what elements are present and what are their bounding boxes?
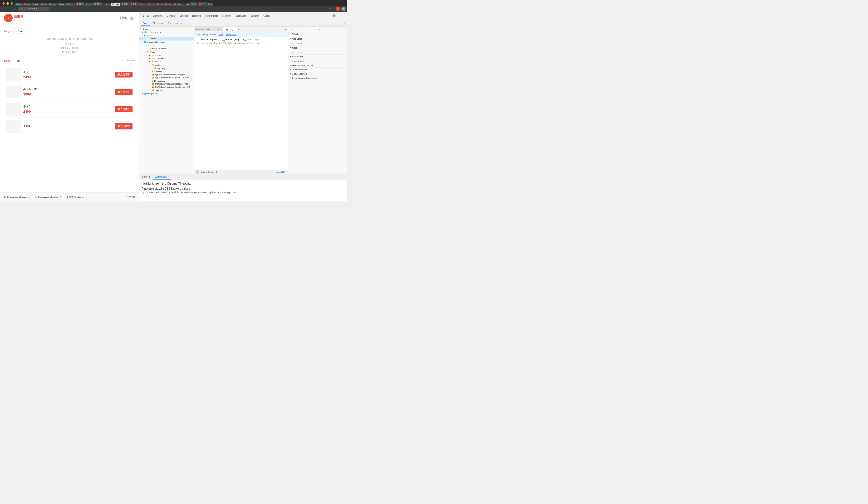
call-stack-header[interactable]: Call Stack	[288, 37, 348, 42]
bottom-tab-whats-new[interactable]: What's New ×	[153, 175, 171, 180]
browser-tab-18[interactable]: Get:	[173, 3, 182, 6]
address-bar[interactable]: 127.0.0.1:8080/#/	[18, 7, 49, 11]
cart-icon[interactable]: 🛒	[130, 16, 135, 20]
xhr-breakpoints-header[interactable]: XHR/fetch Breakpoints	[288, 63, 348, 68]
reload-button[interactable]: ↻	[13, 7, 16, 11]
add-to-cart-1[interactable]: 加入购物车	[115, 89, 132, 95]
tree-item-dot[interactable]: ▼ 📁 .	[139, 44, 194, 47]
add-to-cart-2[interactable]: 加入购物车	[115, 106, 132, 112]
breakpoints-header[interactable]: Breakpoints	[288, 54, 348, 59]
deactivate-breakpoints-button[interactable]: ⊘	[313, 27, 316, 31]
about-link[interactable]: About Us	[4, 43, 135, 45]
subtab-page[interactable]: Page	[141, 21, 151, 26]
subtab-overrides[interactable]: Overrides	[166, 21, 180, 26]
pause-on-exceptions-button[interactable]: ⏹	[318, 27, 321, 31]
browser-tab-9[interactable]: 中国	[93, 2, 102, 6]
tree-item-themall-vue[interactable]: ◆ TheMall.vue	[139, 79, 194, 82]
tree-item-node-modules[interactable]: ▶ 📁 node_modules	[139, 47, 194, 50]
region-select[interactable]: USA	[14, 29, 25, 33]
browser-tab-1[interactable]: <im	[23, 3, 31, 6]
browser-tab-6[interactable]: web:	[66, 3, 75, 6]
download-arrow-2[interactable]: ∧	[82, 195, 84, 199]
bottom-tab-console[interactable]: Console	[140, 175, 153, 180]
browser-tab-21[interactable]: 个人	[198, 2, 207, 6]
sync-icon[interactable]: ⋮	[343, 22, 345, 25]
bookmark-icon[interactable]: ☆	[332, 7, 334, 10]
more-code-tabs[interactable]: >>	[237, 27, 242, 31]
expand-icon[interactable]: ⇔	[284, 28, 287, 31]
bottom-pane-close[interactable]: ×	[342, 175, 347, 179]
event-listener-breakpoints-header[interactable]: Event Listener Breakpoints	[288, 76, 348, 80]
tree-item-webpack-internal[interactable]: ▼ 🌐 webpack-internal://	[139, 41, 194, 44]
user-avatar-1[interactable]: ●	[336, 7, 340, 11]
maximize-button[interactable]	[11, 2, 13, 5]
tab-console[interactable]: Console	[165, 14, 177, 18]
settings-icon[interactable]: ⋮	[336, 14, 341, 18]
scope-header[interactable]: Scope	[288, 46, 348, 50]
browser-tab-8[interactable]: Sha	[84, 3, 93, 6]
tab-security[interactable]: Security	[248, 14, 261, 18]
translate-icon[interactable]: ⊞	[329, 7, 331, 10]
forward-button[interactable]: →	[7, 7, 11, 11]
browser-tab-5[interactable]: Vue	[58, 3, 66, 6]
watch-header[interactable]: Watch	[288, 32, 348, 37]
tree-item-localhost[interactable]: ▼ 🌐 127.0.0.1:8080	[139, 31, 194, 34]
tree-item-components[interactable]: ▶ 📁 components	[139, 57, 194, 60]
pause-resume-button[interactable]: ⏸	[290, 27, 293, 31]
browser-tab-13[interactable]: 开始	[130, 2, 138, 6]
download-arrow-0[interactable]: ∧	[28, 195, 31, 199]
tree-item-app-vue[interactable]: ◆ App.vue	[139, 70, 194, 73]
download-arrow-1[interactable]: ∧	[59, 195, 62, 199]
tab-elements[interactable]: Elements	[151, 14, 165, 18]
code-tab-close-2[interactable]: ×	[234, 28, 235, 30]
subtab-filesystem[interactable]: Filesystem	[150, 21, 166, 26]
filter-default[interactable]: Default	[4, 59, 12, 62]
user-avatar-2[interactable]: ●	[341, 7, 345, 11]
privacy-link[interactable]: Privacy Policy	[4, 51, 135, 53]
tree-item-static[interactable]: ▼ 📁 static	[139, 63, 194, 66]
browser-tab-active[interactable]: High	[111, 3, 120, 6]
browser-tab-20[interactable]: 新:	[190, 2, 198, 6]
browser-tab-10[interactable]: Rele	[102, 3, 111, 6]
browser-tab-14[interactable]: Get:	[138, 3, 147, 6]
code-tab-logo[interactable]: logo.png ×	[224, 27, 237, 31]
step-out-button[interactable]: ↑	[303, 27, 307, 31]
tree-item-src[interactable]: ▼ 📁 src	[139, 50, 194, 53]
browser-tab-3[interactable]: vue	[40, 3, 48, 6]
dom-breakpoints-header[interactable]: DOM Breakpoints	[288, 68, 348, 72]
inspect-element-icon[interactable]	[141, 14, 146, 18]
tab-memory[interactable]: Memory	[220, 14, 233, 18]
step-into-button[interactable]: ↓	[299, 27, 303, 31]
more-options-icon[interactable]: ⋮	[341, 14, 345, 18]
code-tab-chunk-vendors[interactable]: chunk-vendors.js	[195, 27, 214, 31]
add-to-cart-0[interactable]: 加入购物车	[115, 72, 132, 78]
browser-tab-19[interactable]: cod	[182, 3, 190, 6]
tab-network[interactable]: Network	[190, 14, 203, 18]
terms-link[interactable]: Terms & Conditions	[4, 47, 135, 49]
file-link-status[interactable]: app.js:1380	[276, 171, 286, 173]
tree-item-app-vue-script[interactable]: JS App.vue?vue&type=script&lang=js&	[139, 73, 194, 77]
filter-price[interactable]: Price ↑	[15, 59, 22, 62]
source-map-never[interactable]: never show	[226, 33, 236, 36]
browser-tab-16[interactable]: 6-3	[156, 3, 164, 6]
browser-tab-4[interactable]: web:	[48, 3, 57, 6]
step-over-button[interactable]: ↷	[294, 27, 298, 31]
tab-application[interactable]: Application	[233, 14, 248, 18]
tree-item-router[interactable]: ▶ 📁 router	[139, 60, 194, 63]
tree-item-themall-vue-template[interactable]: JS TheMall.vue?vue&type=template&id=1bf3	[139, 85, 194, 89]
format-code-button[interactable]: {}	[196, 170, 199, 174]
global-listeners-header[interactable]: Global Listeners	[288, 72, 348, 76]
tree-item-js[interactable]: ▶ 📁 js	[139, 34, 194, 37]
tree-item-webpack[interactable]: ▶ 🌐 webpack://	[139, 92, 194, 95]
source-map-more[interactable]: more	[219, 33, 224, 36]
login-button[interactable]: Login	[120, 16, 127, 20]
code-tab-app[interactable]: app.js	[214, 27, 223, 31]
tree-item-assets[interactable]: ▶ 📁 assets	[139, 53, 194, 57]
whats-new-tab-close[interactable]: ×	[168, 176, 169, 178]
new-tab-button[interactable]: +	[214, 2, 218, 6]
browser-tab-0[interactable]: v-bi	[15, 3, 23, 6]
show-all-button[interactable]: 显示全部	[125, 194, 137, 199]
sources-more-button[interactable]: >>	[180, 21, 185, 26]
tree-item-top[interactable]: ▼ ☰ top	[139, 27, 194, 31]
minimize-button[interactable]	[7, 2, 9, 5]
